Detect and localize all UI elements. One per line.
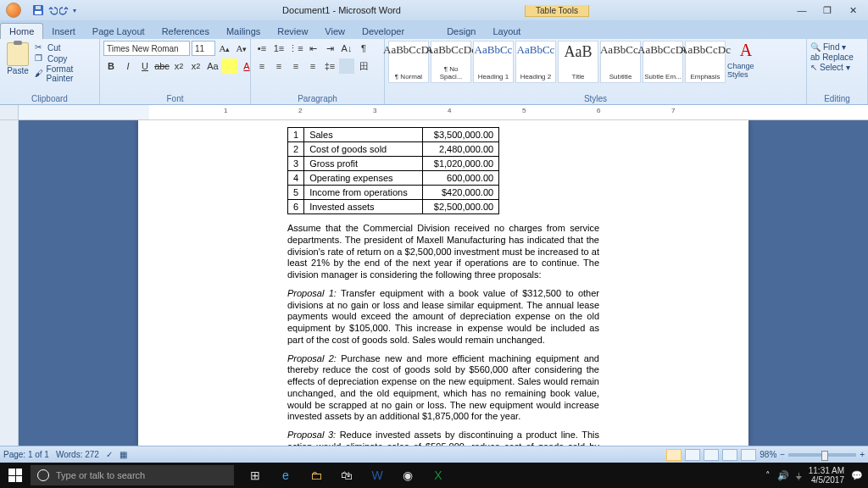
minimize-button[interactable]: —	[790, 3, 814, 18]
maximize-button[interactable]: ❐	[815, 3, 839, 18]
excel-icon[interactable]: X	[424, 463, 453, 488]
outdent-button[interactable]: ⇤	[305, 41, 320, 56]
proposal-1[interactable]: Proposal 1: Transfer equipment with a bo…	[287, 288, 599, 347]
network-icon[interactable]: ⏚	[796, 470, 802, 480]
borders-button[interactable]: 田	[356, 58, 371, 74]
tab-page-layout[interactable]: Page Layout	[84, 24, 153, 39]
table-row[interactable]: 2Cost of goods sold2,480,000.00	[288, 142, 499, 157]
format-painter-button[interactable]: 🖌Format Painter	[35, 64, 96, 83]
office-button[interactable]	[0, 0, 27, 20]
tab-view[interactable]: View	[316, 24, 353, 39]
style-subtle-em-[interactable]: AaBbCcDcSubtle Em...	[643, 41, 683, 83]
select-button[interactable]: ↖Select ▾	[810, 63, 850, 72]
font-name-combo[interactable]: Times New Roman	[103, 41, 190, 56]
file-explorer-icon[interactable]: 🗀	[302, 463, 331, 488]
outline-view[interactable]	[722, 449, 737, 461]
macro-icon[interactable]: ▦	[120, 450, 127, 459]
table-row[interactable]: 4Operating expenses600,000.00	[288, 171, 499, 186]
paste-icon[interactable]	[7, 42, 29, 66]
font-size-combo[interactable]: 11	[192, 41, 215, 56]
full-screen-view[interactable]	[685, 449, 700, 461]
grow-font-button[interactable]: A▴	[217, 41, 232, 56]
proposal-3[interactable]: Proposal 3: Reduce invested assets by di…	[287, 430, 599, 446]
intro-paragraph[interactable]: Assume that the Commercial Division rece…	[287, 223, 599, 281]
redo-icon[interactable]	[59, 4, 71, 16]
style--normal[interactable]: AaBbCcDc¶ Normal	[388, 41, 429, 83]
sort-button[interactable]: A↓	[339, 41, 354, 56]
shrink-font-button[interactable]: A▾	[234, 41, 249, 56]
change-styles-button[interactable]: AChange Styles	[727, 41, 765, 79]
align-left-button[interactable]: ≡	[254, 58, 270, 74]
spellcheck-icon[interactable]: ✓	[106, 450, 113, 459]
tab-review[interactable]: Review	[269, 24, 316, 39]
superscript-button[interactable]: x2	[188, 58, 203, 74]
indent-button[interactable]: ⇥	[322, 41, 337, 56]
zoom-out-button[interactable]: −	[780, 450, 785, 459]
clock[interactable]: 11:31 AM 4/5/2017	[809, 466, 844, 485]
print-layout-view[interactable]	[666, 449, 682, 461]
tray-chevron-icon[interactable]: ˄	[765, 470, 771, 481]
tab-mailings[interactable]: Mailings	[218, 24, 269, 39]
paste-label[interactable]: Paste	[7, 66, 29, 75]
cortana-search[interactable]: Type or talk to search	[31, 465, 234, 485]
change-case-button[interactable]: Aa	[205, 58, 220, 74]
line-spacing-button[interactable]: ‡≡	[322, 58, 337, 74]
style-heading-1[interactable]: AaBbCcHeading 1	[473, 41, 514, 83]
zoom-in-button[interactable]: +	[860, 450, 865, 459]
table-row[interactable]: 6Invested assets$2,500,000.00	[288, 200, 499, 214]
align-center-button[interactable]: ≡	[271, 58, 287, 74]
zoom-level[interactable]: 98%	[760, 450, 776, 459]
strike-button[interactable]: abc	[154, 58, 170, 74]
italic-button[interactable]: I	[120, 58, 136, 74]
style--no-spaci-[interactable]: AaBbCcDc¶ No Spaci...	[431, 41, 471, 83]
action-center-icon[interactable]: 💬	[851, 470, 863, 481]
show-marks-button[interactable]: ¶	[356, 41, 371, 56]
highlight-button[interactable]	[222, 58, 237, 74]
tab-references[interactable]: References	[153, 24, 218, 39]
table-row[interactable]: 1Sales$3,500,000.00	[288, 128, 499, 142]
underline-button[interactable]: U	[137, 58, 153, 74]
word-icon[interactable]: W	[363, 463, 392, 488]
store-icon[interactable]: 🛍	[332, 463, 361, 488]
justify-button[interactable]: ≡	[305, 58, 320, 74]
task-view-icon[interactable]: ⊞	[241, 463, 270, 488]
copy-button[interactable]: ❐Copy	[35, 53, 96, 64]
edge-icon[interactable]: e	[271, 463, 300, 488]
page[interactable]: 1Sales$3,500,000.002Cost of goods sold2,…	[138, 120, 748, 446]
numbering-button[interactable]: 1≡	[271, 41, 287, 56]
undo-icon[interactable]	[46, 4, 58, 16]
table-row[interactable]: 5Income from operations$420,000.00	[288, 186, 499, 200]
word-count[interactable]: Words: 272	[56, 450, 99, 459]
tab-design[interactable]: Design	[438, 24, 484, 39]
subscript-button[interactable]: x2	[171, 58, 186, 74]
close-button[interactable]: ✕	[841, 3, 865, 18]
bold-button[interactable]: B	[103, 58, 119, 74]
financial-table[interactable]: 1Sales$3,500,000.002Cost of goods sold2,…	[287, 127, 499, 214]
draft-view[interactable]	[741, 449, 756, 461]
volume-icon[interactable]: 🔊	[777, 470, 789, 481]
multilevel-button[interactable]: ⋮≡	[288, 41, 303, 56]
save-icon[interactable]	[32, 4, 44, 16]
find-button[interactable]: 🔍Find ▾	[810, 42, 846, 52]
tab-home[interactable]: Home	[0, 23, 43, 39]
page-scroll[interactable]: 1Sales$3,500,000.002Cost of goods sold2,…	[19, 120, 868, 446]
page-indicator[interactable]: Page: 1 of 1	[3, 450, 49, 459]
tab-layout[interactable]: Layout	[484, 24, 529, 39]
style-emphasis[interactable]: AaBbCcDcEmphasis	[685, 41, 726, 83]
shading-button[interactable]	[339, 58, 354, 74]
chrome-icon[interactable]: ◉	[393, 463, 422, 488]
zoom-slider[interactable]	[788, 453, 856, 457]
tab-developer[interactable]: Developer	[353, 24, 413, 39]
qat-dropdown-icon[interactable]: ▾	[73, 7, 76, 14]
cut-button[interactable]: ✂Cut	[35, 42, 96, 53]
style-subtitle[interactable]: AaBbCc.Subtitle	[600, 41, 641, 83]
align-right-button[interactable]: ≡	[288, 58, 303, 74]
style-title[interactable]: AaBTitle	[558, 41, 598, 83]
bullets-button[interactable]: •≡	[254, 41, 270, 56]
table-row[interactable]: 3Gross profit$1,020,000.00	[288, 157, 499, 171]
style-heading-2[interactable]: AaBbCcHeading 2	[515, 41, 556, 83]
replace-button[interactable]: abReplace	[810, 53, 854, 62]
web-layout-view[interactable]	[704, 449, 719, 461]
tab-insert[interactable]: Insert	[43, 24, 84, 39]
proposal-2[interactable]: Proposal 2: Purchase new and more effici…	[287, 353, 599, 424]
